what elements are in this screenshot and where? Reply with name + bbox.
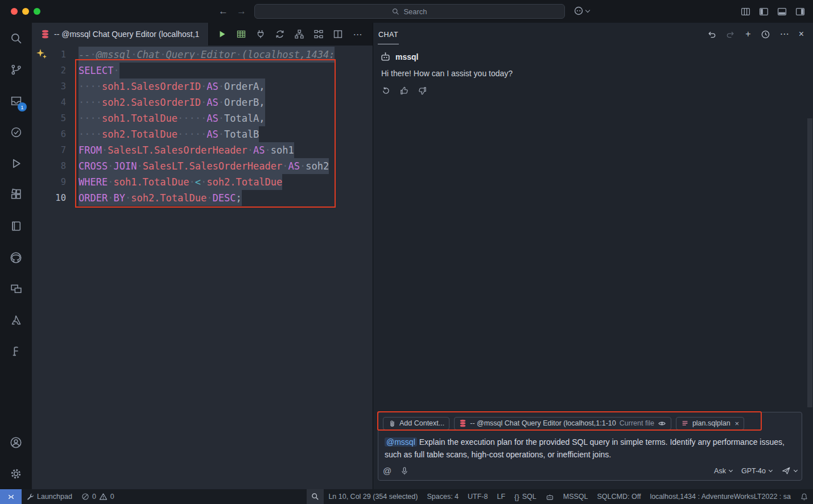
close-icon[interactable]: × [799, 30, 804, 39]
regenerate-icon[interactable] [381, 86, 391, 96]
zoom-window-button[interactable] [34, 8, 40, 15]
layout-columns-icon[interactable] [741, 7, 750, 16]
toggle-primary-sidebar-icon[interactable] [759, 7, 769, 16]
activity-remote[interactable] [0, 273, 32, 304]
thumbs-down-icon[interactable] [418, 86, 427, 96]
estimated-plan-button[interactable] [292, 27, 307, 42]
code-line[interactable]: 2SELECT· [32, 63, 373, 79]
add-context-button[interactable]: Add Context... [383, 417, 449, 430]
code-text[interactable]: ····soh2.SalesOrderID·AS·OrderB, [79, 94, 265, 110]
activity-source-control[interactable] [0, 54, 32, 85]
code-line[interactable]: 9WHERE·soh1.TotalDue·<·soh2.TotalDue [32, 174, 373, 190]
editor-more-actions-button[interactable]: ⋯ [350, 27, 365, 42]
code-line[interactable]: 8CROSS·JOIN·SalesLT.SalesOrderHeader·AS·… [32, 158, 373, 174]
editor-tab-label: -- @mssql Chat Query Editor (localhost,1 [54, 30, 199, 39]
new-chat-icon[interactable]: + [745, 30, 750, 39]
magnifier-status-item[interactable] [307, 489, 324, 504]
activity-run[interactable] [0, 148, 32, 179]
notifications-status[interactable] [795, 489, 813, 504]
activity-extensions[interactable] [0, 179, 32, 210]
activity-azure[interactable] [0, 304, 32, 336]
close-window-button[interactable] [11, 8, 18, 15]
problems-status-item[interactable]: 0 0 [77, 489, 119, 504]
query-plan-button[interactable] [311, 27, 326, 42]
send-button[interactable] [781, 466, 797, 476]
copilot-sparkle-icon[interactable] [35, 48, 48, 60]
code-text[interactable]: ····soh2.TotalDue·····AS·TotalB [79, 126, 259, 142]
language-mode-status[interactable]: {}SQL [510, 489, 541, 504]
context-file-pill[interactable]: -- @mssql Chat Query Editor (localhost,1… [454, 417, 671, 430]
line-number: 10 [32, 190, 79, 206]
mssql-mention-chip[interactable]: @mssql [385, 437, 417, 447]
github-icon [9, 251, 23, 265]
sync-icon [275, 29, 285, 39]
code-line[interactable]: 3····soh1.SalesOrderID·AS·OrderA, [32, 79, 373, 94]
context-plan-pill[interactable]: plan.sqlplan × [676, 417, 744, 430]
disconnect-button[interactable] [253, 27, 268, 42]
launchpad-status-item[interactable]: Launchpad [22, 489, 77, 504]
code-text[interactable]: ····soh1.TotalDue·····AS·TotalA, [79, 110, 265, 126]
code-line[interactable]: 4····soh2.SalesOrderID·AS·OrderB, [32, 94, 373, 110]
copilot-menu-button[interactable] [573, 6, 589, 16]
scrollbar-thumb[interactable] [807, 118, 812, 407]
code-text[interactable]: --·@mssql·Chat·Query·Editor·(localhost,1… [79, 47, 335, 63]
azure-icon [10, 313, 23, 327]
toggle-secondary-sidebar-icon[interactable] [795, 7, 805, 16]
activity-accounts[interactable] [0, 427, 32, 458]
copilot-status[interactable] [541, 489, 559, 504]
remote-indicator[interactable] [0, 489, 22, 504]
activity-settings[interactable] [0, 458, 32, 489]
minimize-window-button[interactable] [22, 8, 29, 15]
activity-stack[interactable]: 1 [0, 85, 32, 117]
thumbs-up-icon[interactable] [399, 86, 409, 96]
eol-status[interactable]: LF [492, 489, 510, 504]
code-line[interactable]: 5····soh1.TotalDue·····AS·TotalA, [32, 110, 373, 126]
undo-icon[interactable] [707, 30, 716, 39]
indentation-status[interactable]: Spaces: 4 [422, 489, 463, 504]
toggle-panel-icon[interactable] [777, 7, 787, 16]
connection-status[interactable]: localhost,1434 : AdventureWorksLT2022 : … [645, 489, 795, 504]
microphone-icon[interactable] [400, 466, 409, 476]
change-connection-button[interactable] [273, 27, 287, 42]
tab-chat[interactable]: CHAT [378, 24, 399, 44]
encoding-status[interactable]: UTF-8 [463, 489, 492, 504]
code-line[interactable]: 1--·@mssql·Chat·Query·Editor·(localhost,… [32, 47, 373, 63]
chat-prompt-input[interactable]: @mssql Explain the execution plan for th… [385, 436, 795, 461]
mention-button[interactable]: @ [383, 466, 391, 476]
navigate-forward-icon[interactable]: → [237, 6, 246, 17]
code-text[interactable]: WHERE·soh1.TotalDue·<·soh2.TotalDue [79, 174, 282, 190]
mssql-status[interactable]: MSSQL [559, 489, 593, 504]
chat-input-container[interactable]: Add Context... -- @mssql Chat Query Edit… [378, 412, 802, 481]
activity-search[interactable] [0, 23, 32, 54]
chat-mode-dropdown[interactable]: Ask [714, 467, 732, 475]
code-text[interactable]: CROSS·JOIN·SalesLT.SalesOrderHeader·AS·s… [79, 158, 329, 174]
redo-icon[interactable] [726, 30, 736, 39]
activity-flow[interactable] [0, 336, 32, 367]
eye-icon[interactable] [658, 420, 666, 427]
navigate-back-icon[interactable]: ← [218, 6, 228, 17]
code-line[interactable]: 7FROM·SalesLT.SalesOrderHeader·AS·soh1 [32, 142, 373, 158]
code-line[interactable]: 10ORDER·BY·soh2.TotalDue·DESC; [32, 190, 373, 206]
code-text[interactable]: ····soh1.SalesOrderID·AS·OrderA, [79, 79, 265, 94]
editor-tab[interactable]: -- @mssql Chat Query Editor (localhost,1 [32, 23, 209, 46]
split-editor-button[interactable] [331, 27, 345, 42]
code-text[interactable]: SELECT· [79, 63, 119, 79]
cursor-position-status[interactable]: Ln 10, Col 29 (354 selected) [324, 489, 422, 504]
sqlcmd-status[interactable]: SQLCMD: Off [593, 489, 646, 504]
editor[interactable]: 1--·@mssql·Chat·Query·Editor·(localhost,… [32, 46, 373, 489]
more-actions-icon[interactable]: ⋯ [780, 30, 789, 39]
activity-check[interactable] [0, 117, 32, 148]
results-grid-button[interactable] [234, 27, 249, 42]
code-text[interactable]: FROM·SalesLT.SalesOrderHeader·AS·soh1 [79, 142, 294, 158]
code-lines: 1--·@mssql·Chat·Query·Editor·(localhost,… [32, 47, 373, 206]
activity-github[interactable] [0, 242, 32, 273]
remove-attachment-icon[interactable]: × [735, 419, 740, 428]
activity-book[interactable] [0, 210, 32, 242]
history-icon[interactable] [761, 30, 770, 39]
run-query-button[interactable] [214, 27, 229, 42]
magnifier-icon [311, 493, 319, 501]
code-text[interactable]: ORDER·BY·soh2.TotalDue·DESC; [79, 190, 242, 206]
model-dropdown[interactable]: GPT-4o [741, 467, 772, 475]
command-center-search[interactable]: Search [254, 4, 565, 19]
code-line[interactable]: 6····soh2.TotalDue·····AS·TotalB [32, 126, 373, 142]
